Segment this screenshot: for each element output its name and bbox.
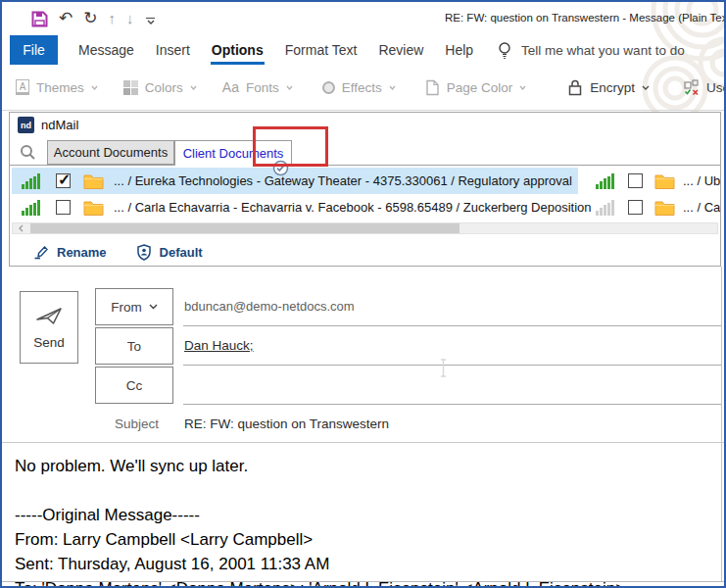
scrollbar-thumb[interactable] (30, 223, 460, 233)
tab-options[interactable]: Options (211, 35, 265, 65)
encrypt-label: Encrypt (590, 80, 635, 95)
subject-field[interactable]: RE: FW: question on Transwestern (184, 416, 389, 431)
folder-checkbox[interactable] (56, 200, 71, 215)
field-divider (183, 404, 722, 405)
voting-buttons-icon (683, 79, 700, 96)
send-button[interactable]: Send (20, 291, 78, 364)
prediction-strength-icon (596, 173, 614, 189)
compose-divider (2, 442, 724, 443)
folder-suggestion-row[interactable]: ... / Carla Echavarria - Echavarria v. F… (12, 194, 578, 220)
suggestion-list-right: ... / Uber - ... / Califo (588, 168, 720, 220)
fonts-icon: Aa (222, 79, 239, 95)
tab-file[interactable]: File (10, 35, 58, 65)
folder-icon (83, 200, 104, 216)
folder-suggestion-row[interactable]: ... / Uber - (588, 168, 720, 194)
subject-label: Subject (115, 416, 159, 431)
scroll-left-arrow[interactable] (13, 223, 29, 233)
folder-icon (654, 173, 675, 189)
tab-insert[interactable]: Insert (155, 35, 191, 65)
to-label: To (127, 339, 141, 354)
effects-button: Effects (322, 80, 396, 95)
prediction-strength-icon (22, 200, 40, 216)
ndmail-panel: nd ndMail Account Documents Client Docum… (9, 112, 721, 267)
send-plane-icon (34, 305, 64, 326)
send-label: Send (33, 335, 65, 350)
from-address[interactable]: bduncan@demo-netdocs.com (184, 299, 355, 314)
tab-account-documents[interactable]: Account Documents (47, 140, 174, 165)
fonts-label: Fonts (246, 80, 279, 95)
default-label: Default (160, 245, 203, 260)
body-line (15, 478, 716, 503)
themes-label: Themes (36, 80, 84, 95)
lightbulb-icon (498, 41, 511, 60)
window-title: RE: FW: question on Transwestern - Messa… (445, 12, 726, 24)
search-icon[interactable] (20, 144, 36, 161)
folder-path: ... / Califo (683, 200, 721, 215)
folder-checkbox[interactable] (628, 200, 643, 215)
text-cursor (439, 359, 448, 377)
prediction-strength-icon (596, 200, 614, 216)
ndmail-tab-bar: Account Documents Client Documents (10, 138, 720, 166)
folder-suggestion-row[interactable]: ... / Eureka Technologies - Gateway Thea… (12, 168, 578, 194)
suggestion-list-left: ... / Eureka Technologies - Gateway Thea… (12, 168, 578, 220)
cc-button[interactable]: Cc (95, 367, 173, 404)
from-button[interactable]: From (95, 288, 173, 325)
annotation-highlight-box (253, 126, 328, 167)
pencil-icon (33, 244, 49, 260)
page-color-icon (425, 79, 440, 96)
colors-icon (123, 80, 138, 95)
encrypt-button[interactable]: Encrypt (567, 78, 650, 96)
prediction-strength-icon (22, 173, 40, 189)
rename-label: Rename (57, 245, 107, 260)
undo-icon[interactable]: ↶ (59, 9, 73, 28)
from-label: From (111, 300, 142, 315)
folder-checkbox[interactable] (56, 173, 71, 188)
ribbon-tab-bar: File Message Insert Options Format Text … (2, 35, 724, 65)
folder-path: ... / Uber - (683, 173, 721, 188)
body-line: From: Larry Campbell <Larry Campbell> (15, 527, 716, 552)
use-voting-buttons-label: Use Voting But (706, 80, 724, 95)
page-color-button: Page Color (425, 79, 527, 96)
lock-icon (567, 78, 583, 96)
window-bottom-divider (2, 581, 724, 582)
folder-path: ... / Eureka Technologies - Gateway Thea… (114, 173, 572, 188)
rename-button[interactable]: Rename (33, 244, 107, 260)
colors-button: Colors (123, 80, 197, 95)
tab-help[interactable]: Help (444, 35, 474, 65)
folder-path: ... / Carla Echavarria - Echavarria v. F… (114, 200, 592, 215)
ndmail-logo-icon: nd (18, 117, 34, 133)
folder-suggestion-row[interactable]: ... / Califo (588, 194, 720, 220)
folder-icon (654, 200, 675, 216)
ndmail-action-bar: Rename Default (10, 237, 720, 267)
message-window: ↶ ↻ ↑ ↓ RE: FW: question on Transwestern… (0, 0, 726, 588)
move-down-icon: ↓ (126, 9, 134, 28)
save-icon[interactable] (31, 11, 48, 27)
tab-message[interactable]: Message (77, 35, 135, 65)
to-recipient[interactable]: Dan Hauck; (184, 338, 254, 353)
default-button[interactable]: Default (136, 244, 203, 261)
shield-person-icon (136, 244, 152, 261)
body-line: Sent: Thursday, August 16, 2001 11:33 AM (15, 552, 716, 576)
fonts-button: Aa Fonts (222, 79, 293, 95)
themes-icon: A (16, 79, 29, 95)
horizontal-scrollbar[interactable] (12, 222, 718, 234)
colors-label: Colors (145, 80, 183, 95)
field-divider (183, 365, 722, 366)
cc-label: Cc (126, 378, 143, 393)
move-up-icon: ↑ (109, 9, 117, 28)
body-line: To: 'Donna Martens' <Donna Martens>; 'Ar… (15, 576, 716, 588)
folder-checkbox[interactable] (628, 173, 643, 188)
ribbon: A Themes Colors Aa Fonts Effects (2, 65, 724, 111)
redo-icon[interactable]: ↻ (83, 9, 97, 28)
tab-format-text[interactable]: Format Text (284, 35, 359, 65)
use-voting-buttons-button[interactable]: Use Voting But (683, 79, 724, 96)
body-line: No problem. We'll sync up later. (15, 454, 716, 478)
themes-button: A Themes (16, 79, 98, 95)
tell-me-box[interactable]: Tell me what you want to do (498, 35, 685, 65)
window-right-divider (721, 267, 722, 581)
body-line: -----Original Message----- (15, 503, 716, 527)
tab-review[interactable]: Review (377, 35, 424, 65)
message-body[interactable]: No problem. We'll sync up later. -----Or… (15, 454, 716, 588)
to-button[interactable]: To (95, 327, 173, 365)
customize-toolbar-icon[interactable] (145, 14, 157, 24)
